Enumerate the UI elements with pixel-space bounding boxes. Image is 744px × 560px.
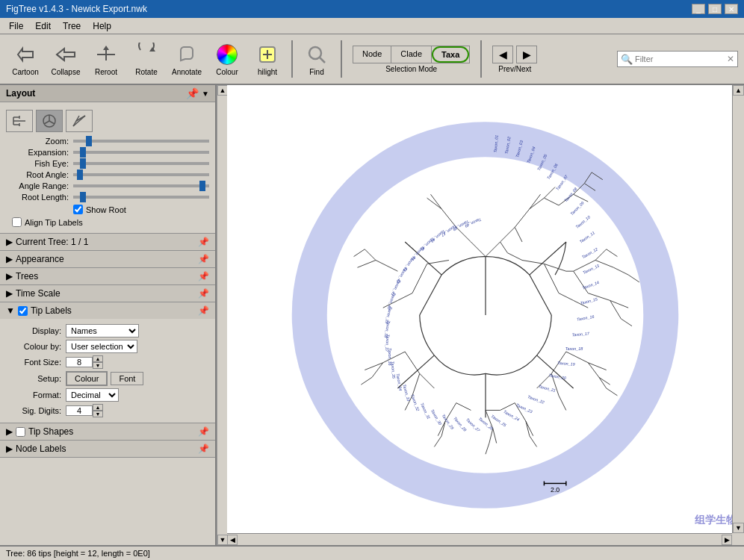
left-scroll-track xyxy=(217,96,227,535)
font-size-input[interactable] xyxy=(66,357,93,367)
display-row: Display: Names Branch Length Node Age xyxy=(6,324,209,337)
node-labels-section: ▶ Node Labels 📌 xyxy=(0,441,215,458)
zoom-slider[interactable] xyxy=(73,140,209,143)
menu-help[interactable]: Help xyxy=(87,19,117,33)
sig-digits-up[interactable]: ▲ xyxy=(93,404,103,411)
time-scale-pin: 📌 xyxy=(198,288,209,299)
selection-mode-label: Selection Mode xyxy=(385,65,437,73)
tip-shapes-header[interactable]: ▶ Tip Shapes 📌 xyxy=(0,423,215,440)
svg-line-18 xyxy=(49,121,55,124)
scroll-up-arrow[interactable]: ▲ xyxy=(733,85,744,96)
clear-filter-icon[interactable]: ✕ xyxy=(727,54,734,64)
current-tree-header[interactable]: ▶ Current Tree: 1 / 1 📌 xyxy=(0,234,215,250)
tip-shapes-checkbox[interactable] xyxy=(16,427,25,437)
font-size-up[interactable]: ▲ xyxy=(93,355,103,362)
appearance-header[interactable]: ▶ Appearance 📌 xyxy=(0,251,215,267)
cartoon-icon xyxy=(13,43,37,66)
root-angle-label: Root Angle: xyxy=(6,170,73,179)
appearance-left: ▶ Appearance xyxy=(6,254,64,264)
node-labels-pin: 📌 xyxy=(198,444,209,454)
rotate-button[interactable]: Rotate xyxy=(127,37,166,81)
right-scrollbar-horizontal[interactable]: ◀ ▶ xyxy=(227,533,732,545)
selection-mode-node[interactable]: Node xyxy=(353,46,391,63)
colour-label: Colour xyxy=(216,68,238,76)
scroll-right-arrow[interactable]: ▶ xyxy=(722,535,732,545)
cartoon-button[interactable]: Cartoon xyxy=(6,37,45,81)
title-bar: FigTree v1.4.3 - Newick Export.nwk _ □ ✕ xyxy=(0,0,744,18)
next-button[interactable]: ▶ xyxy=(516,46,537,63)
right-scrollbar-vertical[interactable]: ▲ ▼ xyxy=(732,85,744,533)
left-scroll-down[interactable]: ▼ xyxy=(217,535,228,545)
node-labels-label: Node Labels xyxy=(16,444,66,454)
font-setup-button[interactable]: Font xyxy=(111,372,143,385)
collapse-icon xyxy=(54,43,78,66)
layout-circular[interactable] xyxy=(36,110,63,132)
font-size-down[interactable]: ▼ xyxy=(93,362,103,369)
annotate-button[interactable]: Annotate xyxy=(167,37,206,81)
collapse-label: Collapse xyxy=(52,68,81,76)
display-select[interactable]: Names Branch Length Node Age xyxy=(66,324,139,337)
colour-by-select[interactable]: User selection None Clade xyxy=(66,340,137,353)
sig-digits-input[interactable] xyxy=(66,405,93,416)
colour-button[interactable]: Colour xyxy=(208,37,247,81)
maximize-button[interactable]: □ xyxy=(708,4,722,14)
angle-range-slider[interactable] xyxy=(73,184,209,187)
show-root-row: Show Root xyxy=(73,205,209,214)
minimize-button[interactable]: _ xyxy=(692,4,705,14)
selection-mode-taxa[interactable]: Taxa xyxy=(432,46,469,63)
sig-digits-down[interactable]: ▼ xyxy=(93,411,103,417)
find-label: Find xyxy=(309,68,323,76)
align-tip-labels-checkbox[interactable] xyxy=(12,217,22,227)
menu-edit[interactable]: Edit xyxy=(29,19,57,33)
svg-text:2.0: 2.0 xyxy=(551,486,559,494)
left-scrollbar[interactable]: ▲ ▼ xyxy=(217,85,227,545)
toolbar-sep-3 xyxy=(480,40,482,78)
expansion-slider[interactable] xyxy=(73,151,209,154)
hilight-button[interactable]: hilight xyxy=(248,37,287,81)
tip-labels-left: ▼ Tip Labels xyxy=(6,305,72,316)
find-icon xyxy=(305,43,329,66)
display-label: Display: xyxy=(6,326,66,335)
selection-mode-buttons: Node Clade Taxa xyxy=(353,46,470,63)
toolbar: Cartoon Collapse Reroot Ro xyxy=(0,34,744,85)
layout-diagonal[interactable] xyxy=(66,110,93,132)
show-root-checkbox[interactable] xyxy=(73,205,83,214)
layout-rectangular[interactable] xyxy=(6,110,33,132)
root-angle-slider[interactable] xyxy=(73,173,209,176)
format-select[interactable]: Decimal Scientific xyxy=(66,388,119,402)
time-scale-label: Time Scale xyxy=(16,288,61,299)
filter-input[interactable] xyxy=(635,55,725,63)
tip-labels-checkbox[interactable] xyxy=(18,306,28,316)
time-scale-header[interactable]: ▶ Time Scale 📌 xyxy=(0,285,215,302)
tip-shapes-left: ▶ Tip Shapes xyxy=(6,426,73,437)
current-tree-arrow: ▶ xyxy=(6,237,13,247)
tip-labels-content: Display: Names Branch Length Node Age Co… xyxy=(0,319,215,423)
left-scroll-up[interactable]: ▲ xyxy=(217,85,228,96)
scroll-left-arrow[interactable]: ◀ xyxy=(227,535,238,545)
reroot-button[interactable]: Reroot xyxy=(87,37,125,81)
font-size-row: Font Size: ▲ ▼ xyxy=(6,355,209,369)
collapse-button[interactable]: Collapse xyxy=(46,37,85,81)
layout-section: Layout 📌 ▼ xyxy=(0,85,215,234)
tip-labels-pin: 📌 xyxy=(198,305,209,316)
trees-header[interactable]: ▶ Trees 📌 xyxy=(0,268,215,284)
scroll-down-arrow[interactable]: ▼ xyxy=(733,523,744,533)
menu-tree[interactable]: Tree xyxy=(57,19,87,33)
tip-labels-header[interactable]: ▼ Tip Labels 📌 xyxy=(0,302,215,319)
fish-eye-label: Fish Eye: xyxy=(6,159,73,168)
node-labels-arrow: ▶ xyxy=(6,444,13,454)
find-button[interactable]: Find xyxy=(297,37,336,81)
angle-range-label: Angle Range: xyxy=(6,181,73,190)
prev-button[interactable]: ◀ xyxy=(492,46,513,63)
selection-mode-clade[interactable]: Clade xyxy=(391,46,432,63)
layout-title: Layout xyxy=(6,88,35,99)
node-labels-header[interactable]: ▶ Node Labels 📌 xyxy=(0,441,215,457)
colour-setup-button[interactable]: Colour xyxy=(66,371,108,386)
close-button[interactable]: ✕ xyxy=(725,4,738,14)
tip-shapes-label: Tip Shapes xyxy=(28,426,73,437)
fish-eye-slider[interactable] xyxy=(73,162,209,165)
layout-section-header[interactable]: Layout 📌 ▼ xyxy=(0,85,215,102)
menu-file[interactable]: File xyxy=(3,19,29,33)
svg-marker-3 xyxy=(149,47,155,52)
root-length-slider[interactable] xyxy=(73,196,209,199)
